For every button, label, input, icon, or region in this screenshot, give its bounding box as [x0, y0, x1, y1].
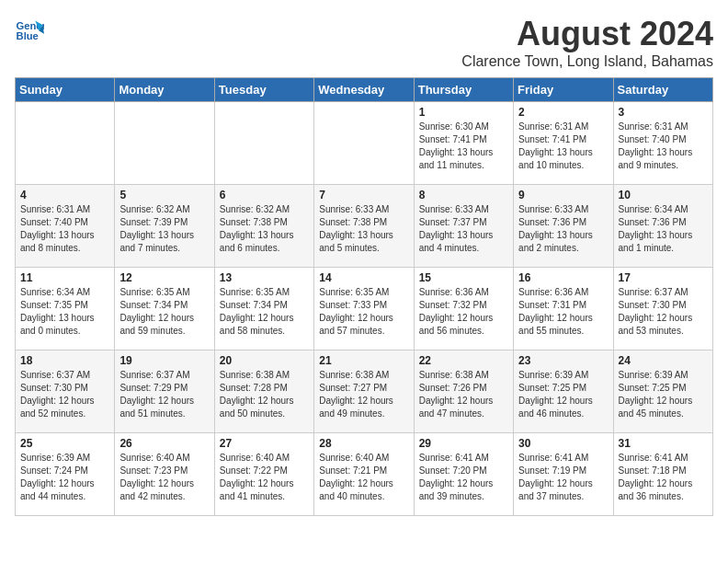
day-number: 8	[419, 189, 508, 201]
day-info: Sunrise: 6:37 AM Sunset: 7:30 PM Dayligh…	[619, 286, 708, 338]
day-number: 21	[319, 354, 408, 367]
calendar-cell: 17Sunrise: 6:37 AM Sunset: 7:30 PM Dayli…	[613, 268, 712, 350]
calendar-cell: 22Sunrise: 6:38 AM Sunset: 7:26 PM Dayli…	[414, 350, 513, 433]
day-info: Sunrise: 6:39 AM Sunset: 7:25 PM Dayligh…	[619, 369, 708, 420]
calendar-cell: 4Sunrise: 6:31 AM Sunset: 7:40 PM Daylig…	[16, 185, 115, 268]
day-number: 2	[518, 106, 608, 119]
weekday-header-monday: Monday	[115, 78, 214, 102]
calendar-cell: 26Sunrise: 6:40 AM Sunset: 7:23 PM Dayli…	[115, 433, 214, 516]
day-info: Sunrise: 6:35 AM Sunset: 7:34 PM Dayligh…	[220, 286, 309, 338]
day-number: 29	[419, 437, 508, 450]
calendar-cell: 12Sunrise: 6:35 AM Sunset: 7:34 PM Dayli…	[115, 268, 214, 350]
calendar-subtitle: Clarence Town, Long Island, Bahamas	[461, 53, 713, 70]
calendar-week-3: 11Sunrise: 6:34 AM Sunset: 7:35 PM Dayli…	[16, 268, 713, 350]
calendar-cell: 11Sunrise: 6:34 AM Sunset: 7:35 PM Dayli…	[16, 268, 115, 350]
calendar-cell: 19Sunrise: 6:37 AM Sunset: 7:29 PM Dayli…	[115, 350, 214, 433]
calendar-cell	[214, 102, 313, 185]
day-info: Sunrise: 6:32 AM Sunset: 7:39 PM Dayligh…	[119, 203, 209, 255]
day-info: Sunrise: 6:30 AM Sunset: 7:41 PM Dayligh…	[419, 121, 508, 172]
calendar-cell: 2Sunrise: 6:31 AM Sunset: 7:41 PM Daylig…	[514, 102, 613, 185]
day-info: Sunrise: 6:35 AM Sunset: 7:33 PM Dayligh…	[319, 286, 408, 338]
day-info: Sunrise: 6:39 AM Sunset: 7:24 PM Dayligh…	[20, 452, 109, 503]
calendar-cell: 23Sunrise: 6:39 AM Sunset: 7:25 PM Dayli…	[514, 350, 613, 433]
day-number: 23	[518, 354, 608, 367]
weekday-header-wednesday: Wednesday	[314, 78, 414, 102]
calendar-cell: 29Sunrise: 6:41 AM Sunset: 7:20 PM Dayli…	[414, 433, 513, 516]
logo: General Blue	[15, 15, 44, 44]
calendar-cell: 9Sunrise: 6:33 AM Sunset: 7:36 PM Daylig…	[514, 185, 613, 268]
calendar-cell: 7Sunrise: 6:33 AM Sunset: 7:38 PM Daylig…	[314, 185, 414, 268]
calendar-cell	[115, 102, 214, 185]
day-info: Sunrise: 6:35 AM Sunset: 7:34 PM Dayligh…	[119, 286, 209, 338]
logo-icon: General Blue	[15, 15, 44, 44]
day-info: Sunrise: 6:32 AM Sunset: 7:38 PM Dayligh…	[220, 203, 309, 255]
day-info: Sunrise: 6:39 AM Sunset: 7:25 PM Dayligh…	[518, 369, 608, 420]
day-info: Sunrise: 6:34 AM Sunset: 7:35 PM Dayligh…	[20, 286, 109, 338]
title-block: August 2024 Clarence Town, Long Island, …	[461, 15, 713, 70]
day-number: 13	[220, 271, 309, 284]
calendar-week-4: 18Sunrise: 6:37 AM Sunset: 7:30 PM Dayli…	[16, 350, 713, 433]
weekday-header-thursday: Thursday	[414, 78, 513, 102]
calendar-week-5: 25Sunrise: 6:39 AM Sunset: 7:24 PM Dayli…	[16, 433, 713, 516]
day-info: Sunrise: 6:36 AM Sunset: 7:32 PM Dayligh…	[419, 286, 508, 338]
calendar-cell: 14Sunrise: 6:35 AM Sunset: 7:33 PM Dayli…	[314, 268, 414, 350]
day-info: Sunrise: 6:40 AM Sunset: 7:21 PM Dayligh…	[319, 452, 408, 503]
calendar-cell: 20Sunrise: 6:38 AM Sunset: 7:28 PM Dayli…	[214, 350, 313, 433]
day-number: 18	[20, 354, 109, 367]
calendar-cell: 27Sunrise: 6:40 AM Sunset: 7:22 PM Dayli…	[214, 433, 313, 516]
day-number: 19	[119, 354, 209, 367]
day-number: 6	[220, 189, 309, 201]
day-number: 16	[518, 271, 608, 284]
day-info: Sunrise: 6:37 AM Sunset: 7:29 PM Dayligh…	[119, 369, 209, 420]
day-number: 3	[619, 106, 708, 119]
day-number: 30	[518, 437, 608, 450]
day-number: 26	[119, 437, 209, 450]
weekday-header-row: SundayMondayTuesdayWednesdayThursdayFrid…	[16, 78, 713, 102]
calendar-cell: 13Sunrise: 6:35 AM Sunset: 7:34 PM Dayli…	[214, 268, 313, 350]
calendar-cell: 31Sunrise: 6:41 AM Sunset: 7:18 PM Dayli…	[613, 433, 712, 516]
day-info: Sunrise: 6:41 AM Sunset: 7:18 PM Dayligh…	[619, 452, 708, 503]
day-info: Sunrise: 6:33 AM Sunset: 7:36 PM Dayligh…	[518, 203, 608, 255]
calendar-cell: 30Sunrise: 6:41 AM Sunset: 7:19 PM Dayli…	[514, 433, 613, 516]
day-number: 25	[20, 437, 109, 450]
day-number: 22	[419, 354, 508, 367]
weekday-header-tuesday: Tuesday	[214, 78, 313, 102]
calendar-cell: 1Sunrise: 6:30 AM Sunset: 7:41 PM Daylig…	[414, 102, 513, 185]
day-number: 5	[119, 189, 209, 201]
page-header: General Blue August 2024 Clarence Town, …	[15, 15, 713, 70]
calendar-cell: 10Sunrise: 6:34 AM Sunset: 7:36 PM Dayli…	[613, 185, 712, 268]
day-info: Sunrise: 6:36 AM Sunset: 7:31 PM Dayligh…	[518, 286, 608, 338]
calendar-cell: 3Sunrise: 6:31 AM Sunset: 7:40 PM Daylig…	[613, 102, 712, 185]
day-number: 4	[20, 189, 109, 201]
calendar-cell	[16, 102, 115, 185]
day-info: Sunrise: 6:37 AM Sunset: 7:30 PM Dayligh…	[20, 369, 109, 420]
day-number: 27	[220, 437, 309, 450]
weekday-header-saturday: Saturday	[613, 78, 712, 102]
svg-text:Blue: Blue	[17, 30, 39, 41]
calendar-cell	[314, 102, 414, 185]
day-number: 17	[619, 271, 708, 284]
calendar-table: SundayMondayTuesdayWednesdayThursdayFrid…	[15, 77, 713, 516]
day-number: 31	[619, 437, 708, 450]
day-number: 15	[419, 271, 508, 284]
day-info: Sunrise: 6:38 AM Sunset: 7:26 PM Dayligh…	[419, 369, 508, 420]
day-info: Sunrise: 6:38 AM Sunset: 7:28 PM Dayligh…	[220, 369, 309, 420]
calendar-cell: 24Sunrise: 6:39 AM Sunset: 7:25 PM Dayli…	[613, 350, 712, 433]
day-number: 24	[619, 354, 708, 367]
calendar-week-2: 4Sunrise: 6:31 AM Sunset: 7:40 PM Daylig…	[16, 185, 713, 268]
day-info: Sunrise: 6:34 AM Sunset: 7:36 PM Dayligh…	[619, 203, 708, 255]
day-info: Sunrise: 6:41 AM Sunset: 7:20 PM Dayligh…	[419, 452, 508, 503]
calendar-week-1: 1Sunrise: 6:30 AM Sunset: 7:41 PM Daylig…	[16, 102, 713, 185]
calendar-cell: 8Sunrise: 6:33 AM Sunset: 7:37 PM Daylig…	[414, 185, 513, 268]
calendar-cell: 16Sunrise: 6:36 AM Sunset: 7:31 PM Dayli…	[514, 268, 613, 350]
day-info: Sunrise: 6:38 AM Sunset: 7:27 PM Dayligh…	[319, 369, 408, 420]
calendar-cell: 5Sunrise: 6:32 AM Sunset: 7:39 PM Daylig…	[115, 185, 214, 268]
day-number: 9	[518, 189, 608, 201]
weekday-header-friday: Friday	[514, 78, 613, 102]
day-info: Sunrise: 6:40 AM Sunset: 7:22 PM Dayligh…	[220, 452, 309, 503]
day-info: Sunrise: 6:41 AM Sunset: 7:19 PM Dayligh…	[518, 452, 608, 503]
day-info: Sunrise: 6:31 AM Sunset: 7:40 PM Dayligh…	[619, 121, 708, 172]
day-number: 14	[319, 271, 408, 284]
day-number: 28	[319, 437, 408, 450]
day-number: 1	[419, 106, 508, 119]
